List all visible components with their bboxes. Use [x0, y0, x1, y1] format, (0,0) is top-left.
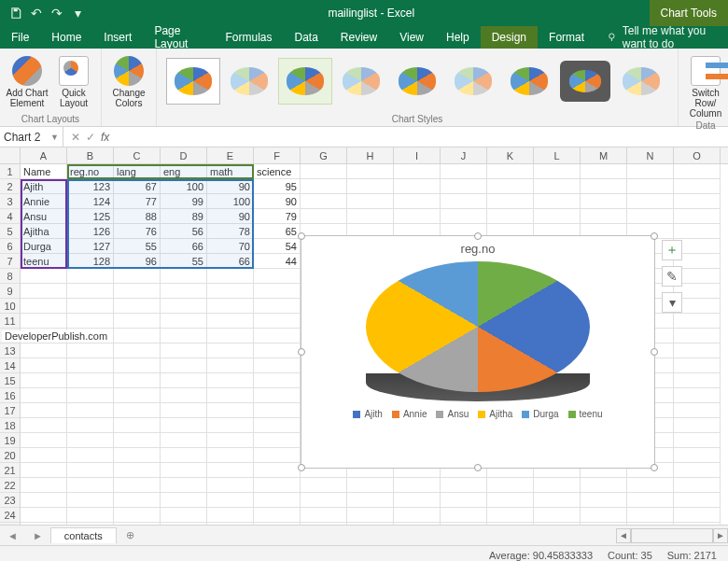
cell[interactable] [207, 373, 254, 388]
cell[interactable]: 125 [67, 209, 114, 224]
cell[interactable] [21, 418, 67, 433]
cell[interactable] [114, 448, 161, 463]
cell[interactable] [114, 329, 161, 344]
cell[interactable] [161, 329, 207, 344]
switch-row-column-button[interactable]: Switch Row/ Column [684, 52, 727, 119]
cell[interactable] [114, 344, 161, 358]
row-header[interactable]: 7 [0, 254, 21, 269]
cell[interactable]: 56 [161, 224, 207, 239]
cell[interactable] [534, 523, 581, 525]
cell[interactable] [301, 523, 347, 525]
row-header[interactable]: 19 [0, 433, 21, 448]
cell[interactable] [627, 478, 674, 493]
tab-review[interactable]: Review [329, 26, 388, 49]
cell[interactable] [534, 493, 581, 508]
legend-item[interactable]: Annie [392, 409, 427, 419]
cell[interactable] [301, 164, 347, 179]
row-header[interactable]: 3 [0, 194, 21, 209]
cell[interactable] [207, 463, 254, 478]
cell[interactable] [67, 478, 114, 493]
add-sheet-button[interactable]: ⊕ [117, 529, 144, 541]
cell[interactable] [114, 478, 161, 493]
cell[interactable] [21, 493, 67, 508]
cell[interactable] [441, 194, 487, 209]
cell[interactable] [67, 493, 114, 508]
row-header[interactable]: 23 [0, 493, 21, 508]
chart-style-9[interactable] [614, 58, 668, 105]
cell[interactable]: math [207, 164, 254, 179]
cell[interactable] [534, 508, 581, 523]
accept-formula-icon[interactable]: ✓ [86, 131, 95, 144]
qat-customize-icon[interactable]: ▾ [69, 5, 86, 21]
cell[interactable] [301, 508, 347, 523]
legend-item[interactable]: Ansu [436, 409, 469, 419]
cell[interactable] [254, 418, 301, 433]
column-header[interactable]: F [254, 147, 301, 163]
cell[interactable] [581, 523, 627, 525]
cell[interactable] [161, 448, 207, 463]
cell[interactable] [674, 478, 721, 493]
cell[interactable] [254, 388, 301, 403]
row-header[interactable]: 16 [0, 388, 21, 403]
cell[interactable] [487, 508, 534, 523]
column-header[interactable]: M [581, 147, 627, 163]
cell[interactable] [161, 463, 207, 478]
row-header[interactable]: 18 [0, 418, 21, 433]
cell[interactable] [67, 373, 114, 388]
tab-help[interactable]: Help [435, 26, 481, 49]
cell[interactable] [394, 209, 441, 224]
cell[interactable] [674, 179, 721, 194]
cell[interactable] [441, 209, 487, 224]
column-header[interactable]: K [487, 147, 534, 163]
cell[interactable] [67, 284, 114, 299]
fx-icon[interactable]: fx [101, 131, 115, 144]
row-header[interactable]: 14 [0, 358, 21, 373]
cell[interactable] [301, 478, 347, 493]
cell[interactable] [207, 299, 254, 314]
cell[interactable] [114, 269, 161, 284]
cell[interactable]: Name [21, 164, 67, 179]
sheet-nav-next[interactable]: ► [25, 530, 50, 541]
tab-home[interactable]: Home [40, 26, 92, 49]
cell[interactable]: 128 [67, 254, 114, 269]
cell[interactable]: 44 [254, 254, 301, 269]
add-chart-element-button[interactable]: Add Chart Element [6, 52, 49, 108]
cell[interactable] [581, 164, 627, 179]
legend-item[interactable]: Ajitha [478, 409, 512, 419]
resize-handle[interactable] [474, 232, 482, 240]
row-header[interactable]: 6 [0, 239, 21, 254]
resize-handle[interactable] [298, 232, 305, 240]
legend-item[interactable]: Ajith [353, 409, 382, 419]
cell[interactable] [21, 373, 67, 388]
cell[interactable]: Ansu [21, 209, 67, 224]
cell[interactable] [254, 448, 301, 463]
scroll-left-icon[interactable]: ◄ [616, 528, 631, 543]
cell[interactable] [254, 463, 301, 478]
quick-layout-button[interactable]: Quick Layout [52, 52, 95, 108]
cell[interactable]: 76 [114, 224, 161, 239]
cell[interactable]: eng [161, 164, 207, 179]
cell[interactable] [581, 493, 627, 508]
scroll-right-icon[interactable]: ► [713, 528, 728, 543]
cell[interactable] [487, 523, 534, 525]
cell[interactable] [207, 493, 254, 508]
cell[interactable] [207, 403, 254, 418]
cell[interactable] [394, 493, 441, 508]
chart-styles-button[interactable]: ✎ [662, 266, 682, 287]
cell[interactable] [441, 523, 487, 525]
row-header[interactable]: 15 [0, 373, 21, 388]
chevron-down-icon[interactable]: ▼ [50, 133, 59, 142]
undo-icon[interactable]: ↶ [28, 5, 45, 21]
cell[interactable] [347, 478, 394, 493]
cell[interactable] [161, 358, 207, 373]
cell[interactable] [581, 209, 627, 224]
cell[interactable]: 127 [67, 239, 114, 254]
column-header[interactable]: E [207, 147, 254, 163]
cell[interactable]: science [254, 164, 301, 179]
cell[interactable] [21, 299, 67, 314]
cell[interactable] [627, 194, 674, 209]
chart-style-8[interactable] [558, 58, 612, 105]
cell[interactable] [67, 358, 114, 373]
cell[interactable]: lang [114, 164, 161, 179]
cell[interactable]: 126 [67, 224, 114, 239]
